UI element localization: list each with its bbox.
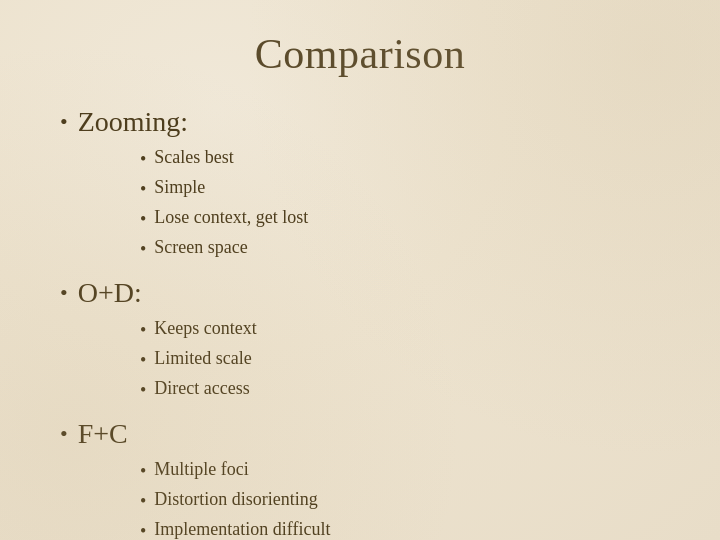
sub-bullet-icon: • — [140, 377, 146, 404]
sub-bullet-icon: • — [140, 317, 146, 344]
sub-bullet-icon: • — [140, 488, 146, 515]
list-item: • Lose context, get lost — [140, 204, 660, 233]
sub-bullet-icon: • — [140, 206, 146, 233]
list-item: • Multiple foci — [140, 456, 660, 485]
list-item: • Screen space — [140, 234, 660, 263]
list-item: • Keeps context — [140, 315, 660, 344]
sub-bullet-icon: • — [140, 347, 146, 374]
section-zooming: • Zooming: • Scales best • Simple • Lose… — [60, 106, 660, 263]
sub-bullet-icon: • — [140, 458, 146, 485]
section-oplusd: • O+D: • Keeps context • Limited scale •… — [60, 277, 660, 404]
zooming-item-1: Scales best — [154, 144, 233, 171]
fplusc-item-1: Multiple foci — [154, 456, 248, 483]
section-zooming-title: Zooming: — [78, 106, 188, 138]
sub-bullet-icon: • — [140, 236, 146, 263]
oplusd-item-1: Keeps context — [154, 315, 256, 342]
slide-title: Comparison — [60, 30, 660, 78]
list-item: • Distortion disorienting — [140, 486, 660, 515]
sub-bullet-icon: • — [140, 146, 146, 173]
fplusc-item-2: Distortion disorienting — [154, 486, 318, 513]
bullet-oplusd: • — [60, 280, 68, 306]
section-fplusc-title: F+C — [78, 418, 128, 450]
zooming-item-2: Simple — [154, 174, 205, 201]
content-area: • Zooming: • Scales best • Simple • Lose… — [60, 106, 660, 540]
bullet-zooming: • — [60, 109, 68, 135]
list-item: • Implementation difficult — [140, 516, 660, 540]
zooming-item-4: Screen space — [154, 234, 247, 261]
fplusc-item-3: Implementation difficult — [154, 516, 330, 540]
bullet-fplusc: • — [60, 421, 68, 447]
list-item: • Simple — [140, 174, 660, 203]
section-oplusd-header: • O+D: — [60, 277, 660, 309]
sub-bullet-icon: • — [140, 518, 146, 540]
list-item: • Scales best — [140, 144, 660, 173]
section-fplusc: • F+C • Multiple foci • Distortion disor… — [60, 418, 660, 540]
sub-bullet-icon: • — [140, 176, 146, 203]
section-fplusc-header: • F+C — [60, 418, 660, 450]
oplusd-sub-list: • Keeps context • Limited scale • Direct… — [140, 315, 660, 404]
slide: Comparison • Zooming: • Scales best • Si… — [0, 0, 720, 540]
oplusd-item-2: Limited scale — [154, 345, 251, 372]
fplusc-sub-list: • Multiple foci • Distortion disorientin… — [140, 456, 660, 540]
list-item: • Limited scale — [140, 345, 660, 374]
section-zooming-header: • Zooming: — [60, 106, 660, 138]
zooming-sub-list: • Scales best • Simple • Lose context, g… — [140, 144, 660, 263]
section-oplusd-title: O+D: — [78, 277, 142, 309]
zooming-item-3: Lose context, get lost — [154, 204, 308, 231]
oplusd-item-3: Direct access — [154, 375, 249, 402]
list-item: • Direct access — [140, 375, 660, 404]
